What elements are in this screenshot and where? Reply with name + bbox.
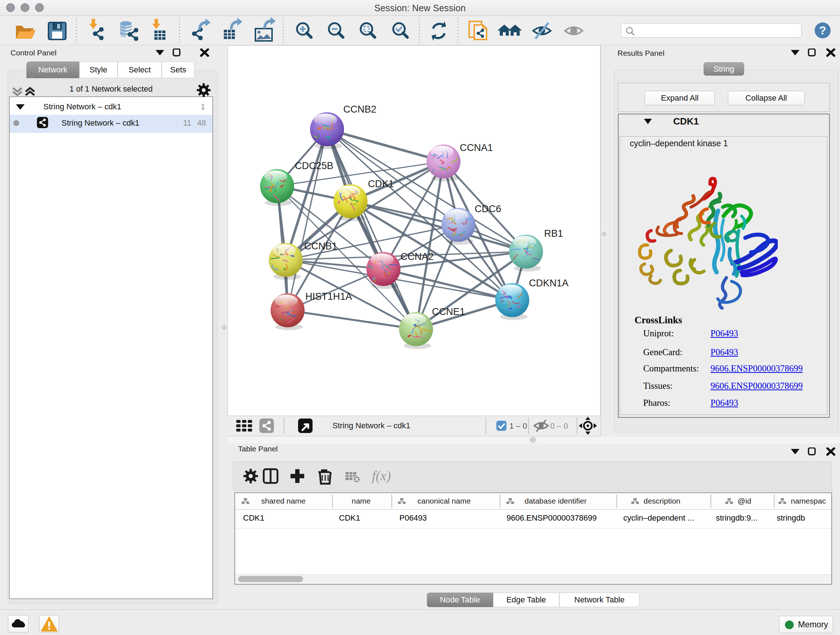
svg-text:1 – 0: 1 – 0 bbox=[509, 421, 527, 431]
svg-text:CDKN1A: CDKN1A bbox=[529, 278, 569, 288]
svg-text:CDK1: CDK1 bbox=[368, 179, 394, 189]
svg-text:CDC25B: CDC25B bbox=[295, 160, 333, 171]
svg-text:?: ? bbox=[819, 24, 826, 37]
svg-text:0 – 0: 0 – 0 bbox=[550, 421, 568, 431]
svg-text:CDC6: CDC6 bbox=[475, 203, 501, 214]
svg-text:CCNB2: CCNB2 bbox=[343, 104, 377, 115]
svg-text:CCNB1: CCNB1 bbox=[304, 241, 338, 252]
svg-text:CCNA2: CCNA2 bbox=[401, 251, 434, 262]
svg-text:f(x): f(x) bbox=[372, 468, 391, 484]
svg-text:HIST1H1A: HIST1H1A bbox=[305, 291, 352, 302]
svg-text:CCNA1: CCNA1 bbox=[460, 142, 493, 153]
svg-text:CCNE1: CCNE1 bbox=[432, 306, 465, 317]
svg-text:RB1: RB1 bbox=[544, 228, 563, 239]
